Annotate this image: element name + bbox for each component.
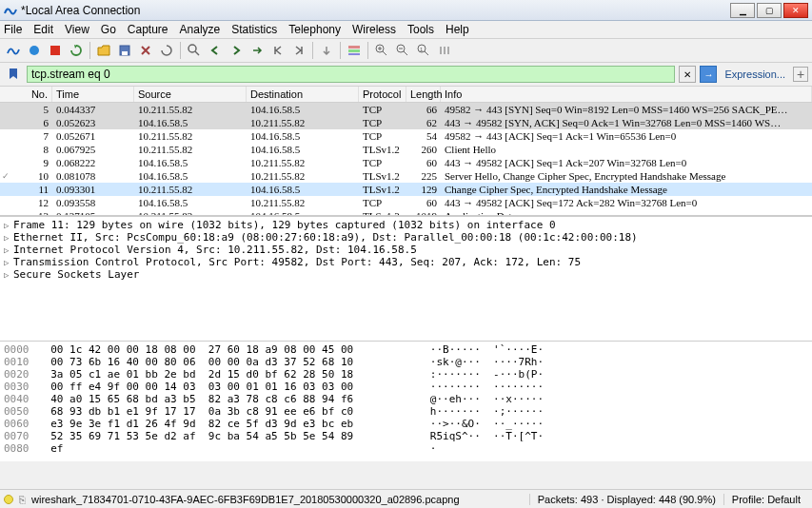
table-row[interactable]: 100.081078104.16.58.510.211.55.82TLSv1.2… bbox=[0, 169, 812, 183]
table-row[interactable]: 60.052623104.16.58.510.211.55.82TCP62443… bbox=[0, 116, 812, 129]
expand-icon[interactable] bbox=[4, 268, 13, 281]
svg-rect-3 bbox=[122, 51, 128, 55]
hex-row[interactable]: 0050 68 93 db b1 e1 9f 17 17 0a 3b c8 91… bbox=[4, 405, 808, 418]
hex-row[interactable]: 0040 40 a0 15 65 68 bd a3 b5 82 a3 78 c8… bbox=[4, 393, 808, 405]
tree-item[interactable]: Frame 11: 129 bytes on wire (1032 bits),… bbox=[4, 219, 808, 231]
svg-point-4 bbox=[188, 45, 196, 52]
tree-item[interactable]: Secure Sockets Layer bbox=[4, 268, 808, 281]
col-no[interactable]: No. bbox=[0, 87, 52, 102]
svg-rect-1 bbox=[50, 46, 60, 55]
menu-telephony[interactable]: Telephony bbox=[288, 23, 341, 36]
go-first-icon[interactable] bbox=[268, 41, 287, 60]
close-file-icon[interactable] bbox=[136, 41, 155, 60]
menu-analyze[interactable]: Analyze bbox=[180, 23, 221, 36]
maximize-button[interactable]: ▢ bbox=[757, 3, 782, 18]
table-row[interactable]: 70.05267110.211.55.82104.16.58.5TCP54495… bbox=[0, 129, 812, 143]
packet-list-header: No. Time Source Destination Protocol Len… bbox=[0, 87, 812, 103]
svg-point-0 bbox=[30, 46, 39, 55]
menu-capture[interactable]: Capture bbox=[128, 23, 168, 36]
statusbar: ⎘ wireshark_71834701-0710-43FA-9AEC-6FB3… bbox=[0, 489, 812, 508]
col-time[interactable]: Time bbox=[52, 87, 134, 102]
table-row[interactable]: 50.04433710.211.55.82104.16.58.5TCP66495… bbox=[0, 103, 812, 116]
status-packets: Packets: 493 · Displayed: 448 (90.9%) bbox=[529, 494, 723, 505]
colorize-icon[interactable] bbox=[345, 41, 364, 60]
status-profile[interactable]: Profile: Default bbox=[723, 494, 808, 505]
stop-capture-icon[interactable] bbox=[46, 41, 65, 60]
svg-rect-7 bbox=[348, 53, 360, 55]
close-button[interactable]: ✕ bbox=[783, 3, 808, 18]
save-file-icon[interactable] bbox=[115, 41, 134, 60]
find-packet-icon[interactable] bbox=[185, 41, 204, 60]
svg-text:1: 1 bbox=[420, 47, 424, 52]
minimize-button[interactable]: ▁ bbox=[730, 3, 755, 18]
titlebar: *Local Area Connection ▁ ▢ ✕ bbox=[0, 0, 812, 21]
col-protocol[interactable]: Protocol bbox=[359, 87, 406, 102]
menu-view[interactable]: View bbox=[65, 23, 89, 36]
expert-info-icon[interactable] bbox=[4, 495, 13, 504]
capture-options-icon[interactable] bbox=[25, 41, 44, 60]
restart-capture-icon[interactable] bbox=[67, 41, 86, 60]
table-row[interactable]: 110.09330110.211.55.82104.16.58.5TLSv1.2… bbox=[0, 183, 812, 196]
window-title: *Local Area Connection bbox=[21, 4, 730, 17]
hex-row[interactable]: 0060 e3 9e 3e f1 d1 26 4f 9d 82 ce 5f d3… bbox=[4, 418, 808, 430]
clear-filter-button[interactable]: ✕ bbox=[679, 66, 696, 83]
display-filter-input[interactable] bbox=[27, 66, 675, 83]
hex-row[interactable]: 0030 00 ff e4 9f 00 00 14 03 03 00 01 01… bbox=[4, 381, 808, 393]
menu-wireless[interactable]: Wireless bbox=[352, 23, 396, 36]
auto-scroll-icon[interactable] bbox=[317, 41, 336, 60]
svg-rect-6 bbox=[348, 49, 360, 52]
open-file-icon[interactable] bbox=[94, 41, 113, 60]
table-row[interactable]: 120.093558104.16.58.510.211.55.82TCP6044… bbox=[0, 196, 812, 209]
col-source[interactable]: Source bbox=[134, 87, 247, 102]
menu-edit[interactable]: Edit bbox=[33, 23, 53, 36]
svg-rect-5 bbox=[348, 46, 360, 49]
expression-button[interactable]: Expression... bbox=[724, 68, 785, 80]
tree-item[interactable]: Transmission Control Protocol, Src Port:… bbox=[4, 256, 808, 268]
packet-bytes-pane[interactable]: 0000 00 1c 42 00 00 18 08 00 27 60 18 a9… bbox=[0, 342, 812, 461]
table-row[interactable]: 90.068222104.16.58.510.211.55.82TCP60443… bbox=[0, 156, 812, 169]
menu-tools[interactable]: Tools bbox=[407, 23, 434, 36]
hex-row[interactable]: 0000 00 1c 42 00 00 18 08 00 27 60 18 a9… bbox=[4, 343, 808, 356]
start-capture-icon[interactable] bbox=[4, 41, 23, 60]
window-buttons: ▁ ▢ ✕ bbox=[730, 3, 808, 18]
tree-item[interactable]: Ethernet II, Src: PcsCompu_60:18:a9 (08:… bbox=[4, 231, 808, 244]
zoom-reset-icon[interactable]: 1 bbox=[414, 41, 433, 60]
hex-row[interactable]: 0010 00 73 6b 16 40 00 80 06 00 00 0a d3… bbox=[4, 356, 808, 368]
packet-list-pane: No. Time Source Destination Protocol Len… bbox=[0, 87, 812, 216]
go-last-icon[interactable] bbox=[289, 41, 308, 60]
menu-help[interactable]: Help bbox=[446, 23, 469, 36]
go-to-packet-icon[interactable] bbox=[248, 41, 267, 60]
menubar: File Edit View Go Capture Analyze Statis… bbox=[0, 21, 812, 39]
reload-icon[interactable] bbox=[157, 41, 176, 60]
filter-bookmark-icon[interactable] bbox=[4, 65, 23, 84]
hex-row[interactable]: 0020 3a 05 c1 ae 01 bb 2e bd 2d 15 d0 bf… bbox=[4, 368, 808, 381]
go-forward-icon[interactable] bbox=[227, 41, 246, 60]
add-filter-button[interactable]: + bbox=[793, 67, 808, 82]
hex-row[interactable]: 0080 ef · bbox=[4, 442, 808, 455]
zoom-out-icon[interactable] bbox=[393, 41, 412, 60]
go-back-icon[interactable] bbox=[206, 41, 225, 60]
table-row[interactable]: 80.06792510.211.55.82104.16.58.5TLSv1.22… bbox=[0, 143, 812, 156]
apply-filter-button[interactable]: → bbox=[700, 66, 717, 83]
menu-file[interactable]: File bbox=[4, 23, 22, 36]
packet-details-pane[interactable]: Frame 11: 129 bytes on wire (1032 bits),… bbox=[0, 216, 812, 342]
zoom-in-icon[interactable] bbox=[372, 41, 391, 60]
expand-icon[interactable] bbox=[4, 256, 13, 268]
col-info[interactable]: Info bbox=[441, 87, 812, 102]
tree-item[interactable]: Internet Protocol Version 4, Src: 10.211… bbox=[4, 244, 808, 256]
expand-icon[interactable] bbox=[4, 231, 13, 244]
col-length[interactable]: Length bbox=[406, 87, 441, 102]
table-row[interactable]: 130.13710510.211.55.82104.16.58.5TLSv1.2… bbox=[0, 209, 812, 215]
hex-row[interactable]: 0070 52 35 69 71 53 5e d2 af 9c ba 54 a5… bbox=[4, 430, 808, 442]
expand-icon[interactable] bbox=[4, 244, 13, 256]
resize-columns-icon[interactable] bbox=[435, 41, 454, 60]
menu-statistics[interactable]: Statistics bbox=[231, 23, 277, 36]
display-filter-bar: ✕ → Expression... + bbox=[0, 63, 812, 87]
wireshark-app-icon bbox=[4, 4, 17, 17]
status-filename: wireshark_71834701-0710-43FA-9AEC-6FB3F6… bbox=[31, 494, 529, 505]
expand-icon[interactable] bbox=[4, 219, 13, 231]
capture-file-properties-icon[interactable]: ⎘ bbox=[19, 494, 26, 505]
menu-go[interactable]: Go bbox=[101, 23, 116, 36]
packet-list-body[interactable]: 50.04433710.211.55.82104.16.58.5TCP66495… bbox=[0, 103, 812, 215]
col-destination[interactable]: Destination bbox=[247, 87, 359, 102]
